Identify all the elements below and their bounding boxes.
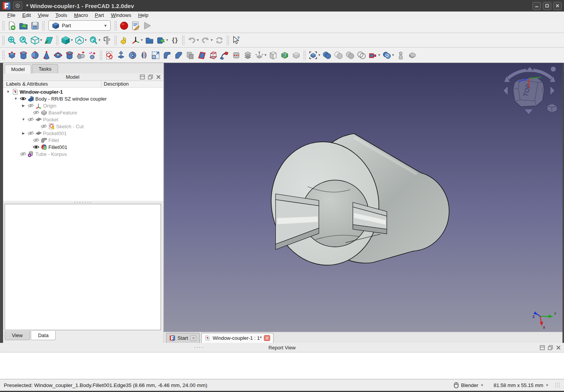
whats-this-button[interactable]: ?	[231, 34, 242, 46]
tree-row-origin[interactable]: ▶ Origin	[3, 102, 163, 109]
menu-edit[interactable]: Edit	[19, 12, 34, 18]
tree-row-fillet[interactable]: Fillet	[3, 137, 163, 144]
cylinder-button[interactable]	[18, 49, 29, 61]
toolbar-drag-handle[interactable]	[303, 50, 306, 60]
create-part-button[interactable]	[118, 34, 130, 46]
extrude-button[interactable]	[115, 49, 127, 61]
cross-sections-button[interactable]	[242, 49, 254, 61]
defeaturing-button[interactable]	[406, 49, 418, 61]
tab-tasks[interactable]: Tasks	[32, 64, 58, 73]
compound-button[interactable]	[307, 49, 319, 61]
macro-edit-button[interactable]	[130, 20, 141, 32]
tab-model[interactable]: Model	[5, 65, 31, 74]
make-face-button[interactable]	[184, 49, 196, 61]
datum-button[interactable]	[130, 34, 141, 46]
eye-hidden-icon[interactable]	[33, 110, 40, 115]
chevron-down-icon[interactable]: ▼	[378, 53, 381, 57]
section-button[interactable]	[231, 49, 242, 61]
panel-splitter[interactable]	[3, 201, 163, 204]
column-description[interactable]: Description	[101, 81, 163, 87]
create-group-button[interactable]	[144, 34, 155, 46]
toolbar-drag-handle[interactable]	[2, 35, 5, 45]
window-menu-button[interactable]	[13, 2, 22, 10]
chevron-down-icon[interactable]: ▼	[391, 53, 395, 57]
toolbar-drag-handle[interactable]	[226, 35, 229, 45]
tree-row-body[interactable]: ▼ Body - RR/B SZ window coupler	[3, 95, 163, 102]
macro-record-button[interactable]	[118, 20, 130, 32]
isometric-view-button[interactable]	[60, 34, 71, 46]
report-view-content[interactable]	[0, 352, 564, 379]
refresh-button[interactable]	[214, 34, 225, 46]
chevron-down-icon[interactable]: ▼	[264, 53, 267, 57]
workbench-selector[interactable]: Part ▼	[48, 20, 111, 31]
menu-help[interactable]: Help	[134, 12, 152, 18]
expression-button[interactable]: { }	[169, 34, 181, 46]
box-button[interactable]	[6, 49, 18, 61]
offset-button[interactable]	[254, 49, 265, 61]
ruled-surface-button[interactable]	[196, 49, 207, 61]
expander-closed-icon[interactable]: ▶	[21, 131, 26, 135]
tree-row-document[interactable]: ▼ Window-coupler-1	[3, 88, 163, 95]
tab-start[interactable]: Start ✕	[166, 333, 200, 343]
navigation-style-selector[interactable]: Blender ▼	[454, 382, 484, 389]
mirror-button[interactable]	[138, 49, 150, 61]
chevron-down-icon[interactable]: ▼	[166, 38, 169, 42]
create-link-button[interactable]	[155, 34, 167, 46]
toolbar-drag-handle[interactable]	[56, 35, 59, 45]
float-button[interactable]	[148, 74, 153, 79]
chamfer-button[interactable]	[173, 49, 184, 61]
boolean-union-button[interactable]	[321, 49, 333, 61]
rotate-view-button[interactable]	[88, 34, 99, 46]
expander-open-icon[interactable]: ▼	[5, 90, 11, 94]
macro-play-button[interactable]	[141, 20, 153, 32]
chevron-down-icon[interactable]: ▼	[140, 38, 144, 42]
tube-button[interactable]	[64, 49, 75, 61]
navcube-mini-cube[interactable]	[547, 104, 557, 113]
boolean-cut-button[interactable]	[333, 49, 344, 61]
eye-hidden-icon[interactable]	[27, 117, 34, 122]
eye-hidden-icon[interactable]	[33, 137, 40, 143]
menu-windows[interactable]: Windows	[108, 12, 135, 18]
fit-selection-button[interactable]	[18, 34, 29, 46]
toolbar-drag-handle[interactable]	[100, 50, 103, 60]
dock-button[interactable]	[140, 74, 145, 79]
tree-row-basefeature[interactable]: BaseFeature	[3, 109, 163, 116]
tree-row-pocket001[interactable]: ▶ Pocket001	[3, 130, 163, 137]
primitives-button[interactable]	[75, 49, 87, 61]
eye-visible-icon[interactable]	[33, 144, 40, 150]
standard-views-button[interactable]	[29, 34, 41, 46]
property-editor[interactable]	[5, 204, 161, 330]
toolbar-drag-handle[interactable]	[114, 35, 117, 45]
boolean-operation-button[interactable]	[356, 49, 367, 61]
eye-hidden-icon[interactable]	[27, 103, 34, 108]
measure-button[interactable]	[101, 34, 113, 46]
axonometric-button[interactable]	[74, 34, 85, 46]
maximize-button[interactable]	[543, 2, 551, 10]
chevron-down-icon[interactable]: ▼	[318, 53, 321, 57]
close-icon[interactable]	[156, 74, 161, 79]
split-button[interactable]	[381, 49, 393, 61]
open-document-button[interactable]	[18, 20, 29, 32]
menu-part[interactable]: Part	[91, 12, 108, 18]
viewport-3d[interactable]: TOP REAR	[164, 63, 562, 332]
fillet-button[interactable]	[161, 49, 173, 61]
check-geometry-button[interactable]	[395, 49, 406, 61]
torus-button[interactable]	[52, 49, 64, 61]
chevron-down-icon[interactable]: ▼	[196, 38, 200, 42]
chevron-down-icon[interactable]: ▼	[210, 38, 214, 42]
resize-grip[interactable]	[555, 382, 560, 388]
tab-view[interactable]: View	[5, 331, 30, 340]
toolbar-drag-handle[interactable]	[114, 21, 117, 31]
tab-data[interactable]: Data	[31, 331, 56, 340]
toolbar-drag-handle[interactable]	[182, 35, 185, 45]
close-icon[interactable]	[556, 345, 561, 350]
redo-button[interactable]	[200, 34, 211, 46]
sketch-button[interactable]	[104, 49, 115, 61]
chevron-down-icon[interactable]: ▼	[98, 38, 101, 42]
chevron-down-icon[interactable]: ▼	[40, 38, 43, 42]
expander-open-icon[interactable]: ▼	[13, 97, 18, 101]
loft-button[interactable]	[207, 49, 219, 61]
sweep-button[interactable]	[219, 49, 231, 61]
menu-view[interactable]: View	[34, 12, 52, 18]
tree-row-sketch-cut[interactable]: Sketch - Cut	[3, 123, 163, 130]
